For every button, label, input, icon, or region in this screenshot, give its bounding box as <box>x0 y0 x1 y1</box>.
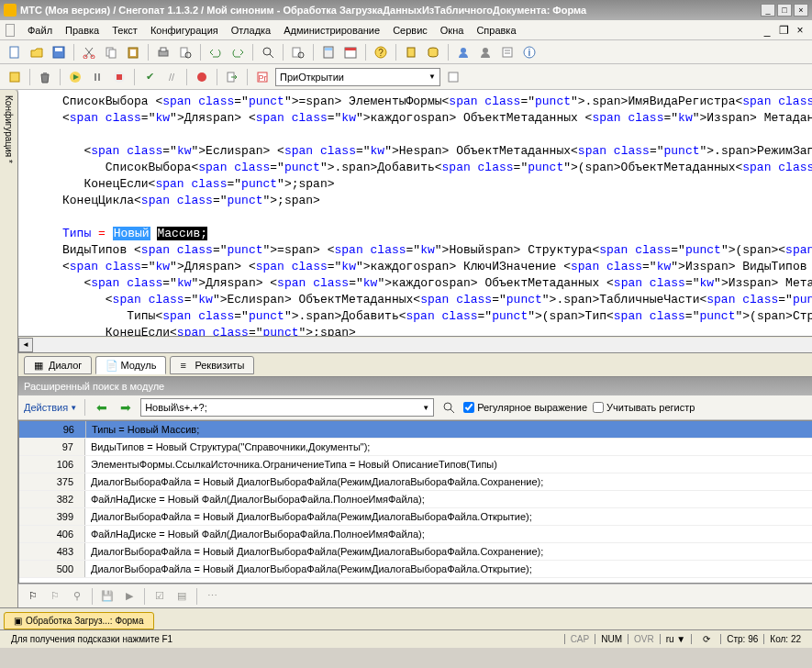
search-input[interactable]: ▼ <box>140 398 434 417</box>
status-lang: ru ▼ <box>660 634 692 644</box>
mdi-restore-icon[interactable]: ❐ <box>777 24 790 37</box>
syntax-check-icon[interactable]: ✔ <box>140 68 159 86</box>
menu-text[interactable]: Текст <box>106 23 143 38</box>
help-icon[interactable]: ? <box>372 43 390 61</box>
tab-dialog[interactable]: ▦Диалог <box>24 356 92 374</box>
paste-icon[interactable] <box>124 43 142 61</box>
menu-edit[interactable]: Правка <box>60 23 105 38</box>
res-more-icon[interactable]: ⋯ <box>203 587 221 606</box>
res-check-icon[interactable]: ☑ <box>150 587 169 606</box>
new-icon[interactable] <box>6 43 24 61</box>
res-pin-icon[interactable]: ⚲ <box>68 587 86 606</box>
stop-icon[interactable] <box>110 68 128 86</box>
result-text: ФайлНаДиске = Новый Файл(ДиалогВыбораФай… <box>85 491 425 507</box>
trash-icon[interactable] <box>36 68 54 86</box>
statusbar: Для получения подсказки нажмите F1 CAP N… <box>0 629 812 648</box>
config-icon[interactable] <box>402 43 420 61</box>
log-icon[interactable] <box>498 43 517 61</box>
proc-prev-icon[interactable]: Pr <box>253 68 272 86</box>
open-icon[interactable] <box>28 43 46 61</box>
next-result-icon[interactable]: ➡ <box>117 398 135 417</box>
hscrollbar[interactable]: ◄ ► <box>18 336 812 352</box>
search-results[interactable]: 96 Типы = Новый Массив; 97 ВидыТипов = Н… <box>18 420 812 584</box>
procedure-combo[interactable]: ПриОткрытии ▼ <box>275 68 440 86</box>
scroll-left-icon[interactable]: ◄ <box>18 338 33 352</box>
result-row[interactable]: 97 ВидыТипов = Новый Структура("Справочн… <box>19 439 812 456</box>
find-icon[interactable] <box>289 43 307 61</box>
print-preview-icon[interactable] <box>176 43 195 61</box>
menu-windows[interactable]: Окна <box>435 23 470 38</box>
result-row[interactable]: 106 ЭлементыФормы.СсылкаИсточника.Ограни… <box>19 456 812 473</box>
result-text: Типы = Новый Массив; <box>86 421 199 438</box>
regex-checkbox[interactable]: Регулярное выражение <box>463 402 587 413</box>
copy-icon[interactable] <box>102 43 120 61</box>
mdi-minimize-icon[interactable]: _ <box>761 24 773 37</box>
info-icon[interactable]: i <box>520 43 539 61</box>
redo-icon[interactable] <box>228 43 247 61</box>
search-icon[interactable] <box>259 43 277 61</box>
menu-help[interactable]: Справка <box>471 23 521 38</box>
calendar-icon[interactable] <box>341 43 360 61</box>
db-icon[interactable] <box>424 43 442 61</box>
scroll-track[interactable] <box>33 338 812 352</box>
result-row[interactable]: 382 ФайлНаДиске = Новый Файл(ДиалогВыбор… <box>19 491 812 508</box>
svg-line-45 <box>450 409 454 413</box>
undo-icon[interactable] <box>206 43 225 61</box>
res-flag-icon[interactable]: ⚐ <box>24 587 42 606</box>
menu-service[interactable]: Сервис <box>387 23 433 38</box>
users-icon[interactable] <box>454 43 473 61</box>
code-editor[interactable]: СписокВыбора <span class="punct">=span> … <box>18 90 812 336</box>
save-icon[interactable] <box>50 43 68 61</box>
result-row[interactable]: 406 ФайлНаДиске = Новый Файл(ДиалогВыбор… <box>19 526 812 543</box>
svg-point-39 <box>197 72 206 82</box>
breakpoint-icon[interactable] <box>193 68 211 86</box>
cut-icon[interactable] <box>80 43 98 61</box>
res-save-icon[interactable]: 💾 <box>98 587 117 606</box>
status-col: Кол: 22 <box>763 634 806 644</box>
result-line: 106 <box>19 456 85 473</box>
menu-debug[interactable]: Отладка <box>226 23 276 38</box>
result-row[interactable]: 399 ДиалогВыбораФайла = Новый ДиалогВыбо… <box>19 508 812 526</box>
tab-requisites[interactable]: ≡Реквизиты <box>170 356 254 374</box>
chevron-down-icon[interactable]: ▼ <box>422 404 429 412</box>
menu-admin[interactable]: Администрирование <box>278 23 385 38</box>
pause-icon[interactable] <box>88 68 106 86</box>
run-icon[interactable] <box>66 68 84 86</box>
res-flag2-icon[interactable]: ⚐ <box>46 587 64 606</box>
syntax-remove-icon[interactable]: // <box>162 68 181 86</box>
search-field[interactable] <box>145 402 422 413</box>
res-cols-icon[interactable]: ▤ <box>172 587 191 606</box>
matchcase-checkbox[interactable]: Учитывать регистр <box>593 402 695 413</box>
menu-file[interactable]: Файл <box>22 23 58 38</box>
designer-icon[interactable] <box>6 68 24 86</box>
goto-line-icon[interactable] <box>223 68 241 86</box>
result-row[interactable]: 96 Типы = Новый Массив; <box>19 421 812 439</box>
result-row[interactable]: 375 ДиалогВыбораФайла = Новый ДиалогВыбо… <box>19 473 812 491</box>
prev-result-icon[interactable]: ⬅ <box>93 398 111 417</box>
search-actions[interactable]: Действия ▼ <box>24 402 77 413</box>
window-tab-form[interactable]: ▣ Обработка Загруз...: Форма <box>4 612 154 629</box>
status-ovr: OVR <box>628 634 660 644</box>
menu-config[interactable]: Конфигурация <box>145 23 224 38</box>
side-tab-config[interactable]: Конфигурация * <box>0 90 18 607</box>
tab-module[interactable]: 📄Модуль <box>95 356 166 374</box>
close-button[interactable]: × <box>794 4 808 17</box>
form-tabs: ▦Диалог 📄Модуль ≡Реквизиты <box>18 352 812 376</box>
user2-icon[interactable] <box>476 43 495 61</box>
res-run-icon[interactable]: ▶ <box>120 587 139 606</box>
calc-icon[interactable] <box>319 43 338 61</box>
proc-list-icon[interactable] <box>444 68 462 86</box>
mdi-close-icon[interactable]: × <box>794 24 806 37</box>
print-icon[interactable] <box>154 43 172 61</box>
result-line: 500 <box>19 561 85 577</box>
result-text: ДиалогВыбораФайла = Новый ДиалогВыбораФа… <box>85 561 532 577</box>
do-search-icon[interactable] <box>439 398 458 417</box>
svg-text:i: i <box>528 48 531 58</box>
result-line: 382 <box>19 491 85 507</box>
result-row[interactable]: 483 ДиалогВыбораФайла = Новый ДиалогВыбо… <box>19 543 812 561</box>
result-row[interactable]: 500 ДиалогВыбораФайла = Новый ДиалогВыбо… <box>19 561 812 578</box>
maximize-button[interactable]: □ <box>777 4 792 17</box>
main-area: Конфигурация * СписокВыбора <span class=… <box>0 90 812 607</box>
svg-rect-38 <box>117 74 122 80</box>
minimize-button[interactable]: _ <box>761 4 775 17</box>
